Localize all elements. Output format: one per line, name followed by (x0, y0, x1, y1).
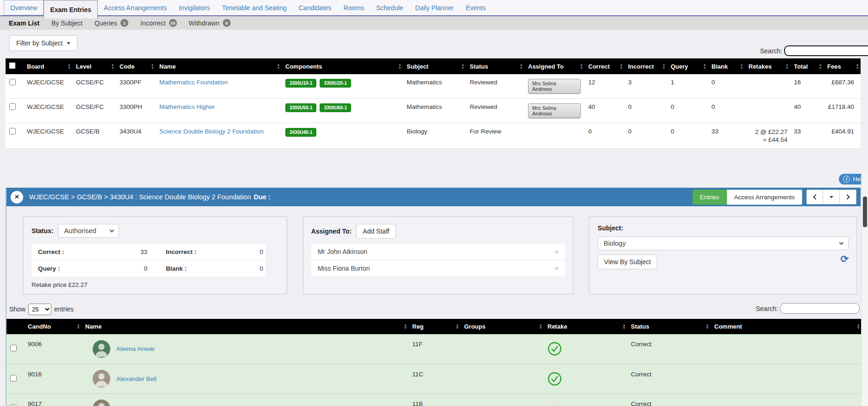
select-all-checkbox[interactable] (9, 63, 15, 69)
query-cell: 1 (667, 74, 708, 99)
col-blank[interactable]: Blank▲▼ (708, 58, 745, 74)
exam-search-input[interactable] (784, 45, 868, 56)
candidate-name-link[interactable]: Aleena Anwar (116, 345, 155, 352)
col-total[interactable]: Total▲▼ (790, 58, 824, 74)
subtab-queries[interactable]: Queries1 (88, 19, 134, 27)
col-retakes[interactable]: Retakes▲▼ (745, 58, 790, 74)
close-icon[interactable]: × (11, 191, 23, 203)
tab-events[interactable]: Events (460, 0, 492, 15)
entries-header-row: CandNo▲▼ Name▲▼ Reg▲▼ Groups▲▼ Retake▲▼ … (6, 319, 862, 334)
tab-exam-entries[interactable]: Exam Entries (44, 0, 98, 19)
component-badge[interactable]: 3300U60-1 (320, 103, 351, 112)
refresh-icon[interactable]: ⟳ (840, 254, 849, 264)
col-correct[interactable]: Correct▲▼ (585, 58, 624, 74)
chevron-right-icon (844, 194, 849, 199)
assigned-staff-pill[interactable]: Mrs Selina Andrews (528, 103, 581, 118)
exam-name-link[interactable]: Mathematics Higher (159, 103, 215, 110)
row-checkbox[interactable] (9, 103, 16, 110)
search-label: Search: (760, 47, 782, 55)
col-reg[interactable]: Reg▲▼ (409, 319, 460, 334)
remove-staff-icon[interactable]: × (555, 264, 559, 272)
component-badge[interactable]: 3430U40-1 (285, 128, 316, 137)
filter-by-subject-button[interactable]: Filter by Subject (9, 35, 77, 51)
row-checkbox[interactable] (9, 79, 16, 85)
previous-record-button[interactable] (806, 190, 823, 204)
view-by-subject-button[interactable]: View By Subject (598, 254, 657, 269)
candidate-status-cell: Correct (627, 393, 711, 406)
row-checkbox[interactable] (9, 128, 16, 134)
col-groups[interactable]: Groups▲▼ (460, 319, 544, 334)
subject-select[interactable]: Biology (598, 237, 848, 250)
exam-name-link[interactable]: Science Double Biology 2 Foundation (159, 128, 264, 135)
component-badge[interactable]: 3300U50-1 (285, 103, 316, 112)
col-comment[interactable]: Comment▲▼ (711, 319, 862, 334)
col-query[interactable]: Query▲▼ (667, 58, 708, 74)
entries-search-input[interactable] (780, 303, 860, 314)
avatar (93, 370, 110, 387)
exam-table: Board▲▼ Level▲▼ Code▲▼ Name▲▼ Components… (6, 58, 861, 149)
tab-daily-planner[interactable]: Daily Planner (409, 0, 459, 15)
scrollbar-thumb[interactable] (863, 197, 867, 227)
retake-check-faded-icon[interactable] (547, 401, 562, 406)
row-checkbox[interactable] (10, 405, 17, 406)
col-level[interactable]: Level▲▼ (72, 58, 116, 74)
retake-check-icon[interactable] (547, 342, 562, 356)
tab-schedule[interactable]: Schedule (370, 0, 409, 15)
col-cand-name[interactable]: Name▲▼ (82, 319, 409, 334)
col-candno[interactable]: CandNo▲▼ (24, 319, 82, 334)
entries-button[interactable]: Entries (692, 190, 727, 205)
row-checkbox[interactable] (10, 345, 17, 351)
tab-timetable-seating[interactable]: Timetable and Seating (216, 0, 293, 15)
status-cell: Reviewed (466, 99, 524, 123)
tab-overview[interactable]: Overview (4, 0, 44, 15)
col-fees[interactable]: Fees▲▼ (824, 58, 861, 74)
remove-staff-icon[interactable]: × (555, 248, 559, 256)
retake-check-icon[interactable] (547, 372, 562, 386)
subtab-exam-list[interactable]: Exam List (3, 19, 45, 27)
sort-icon: ▲▼ (786, 63, 789, 70)
col-components[interactable]: Components▲▼ (282, 58, 403, 74)
col-name[interactable]: Name▲▼ (156, 58, 282, 74)
staff-item: Miss Fiona Burton × (311, 260, 566, 276)
sort-icon: ▲▼ (623, 324, 626, 330)
tab-invigilators[interactable]: Invigilators (173, 0, 216, 15)
subtab-withdrawn[interactable]: Withdrawn0 (183, 19, 237, 27)
candidate-name-link[interactable]: Alexander Bell (116, 375, 157, 382)
col-incorrect[interactable]: Incorrect▲▼ (624, 58, 667, 74)
col-retake[interactable]: Retake▲▼ (544, 319, 627, 334)
assigned-to-card: Assigned To: Add Staff Mr John Atkinson … (303, 216, 574, 294)
status-label: Status: (31, 227, 53, 235)
detail-cards: Status: Authorised Correct : 33 Incorrec… (6, 206, 861, 294)
col-code[interactable]: Code▲▼ (116, 58, 156, 74)
record-menu-button[interactable] (823, 190, 840, 204)
exam-name-link[interactable]: Mathematics Foundation (159, 79, 228, 86)
component-badge[interactable]: 3300U10-1 (285, 79, 316, 88)
blank-value: 0 (224, 265, 263, 272)
add-staff-button[interactable]: Add Staff (356, 224, 396, 239)
col-cand-status[interactable]: Status▲▼ (627, 319, 711, 334)
subtab-by-subject[interactable]: By Subject (45, 19, 88, 27)
col-status[interactable]: Status▲▼ (466, 58, 524, 74)
assigned-staff-pill[interactable]: Mrs Selina Andrews (528, 79, 581, 94)
access-arrangements-button[interactable]: Access Arrangements (727, 190, 802, 205)
component-badge[interactable]: 3300U20-1 (320, 79, 351, 88)
vertical-scrollbar[interactable] (861, 171, 868, 406)
col-subject[interactable]: Subject▲▼ (403, 58, 466, 74)
subtab-incorrect[interactable]: Incorrect10 (134, 19, 182, 27)
page-size-select[interactable]: 25 (28, 304, 51, 315)
tab-rooms[interactable]: Rooms (338, 0, 370, 15)
exam-row: WJEC/GCSE GCSE/FC 3300PH Mathematics Hig… (6, 99, 861, 123)
col-board[interactable]: Board▲▼ (23, 58, 72, 74)
exam-search: Search: (760, 45, 861, 56)
tab-candidates[interactable]: Candidates (293, 0, 338, 15)
fees-cell: £687.36 (824, 74, 861, 99)
sort-icon: ▲▼ (580, 63, 583, 70)
status-select[interactable]: Authorised (58, 224, 119, 237)
sort-icon: ▲▼ (662, 63, 666, 70)
next-record-button[interactable] (840, 190, 856, 204)
col-assigned-to[interactable]: Assigned To▲▼ (524, 58, 585, 74)
sort-icon: ▲▼ (520, 63, 523, 70)
tab-access-arrangements[interactable]: Access Arrangements (98, 0, 173, 15)
row-checkbox[interactable] (10, 375, 17, 381)
entries-toolbar: Show 25 entries Search: (6, 303, 861, 316)
